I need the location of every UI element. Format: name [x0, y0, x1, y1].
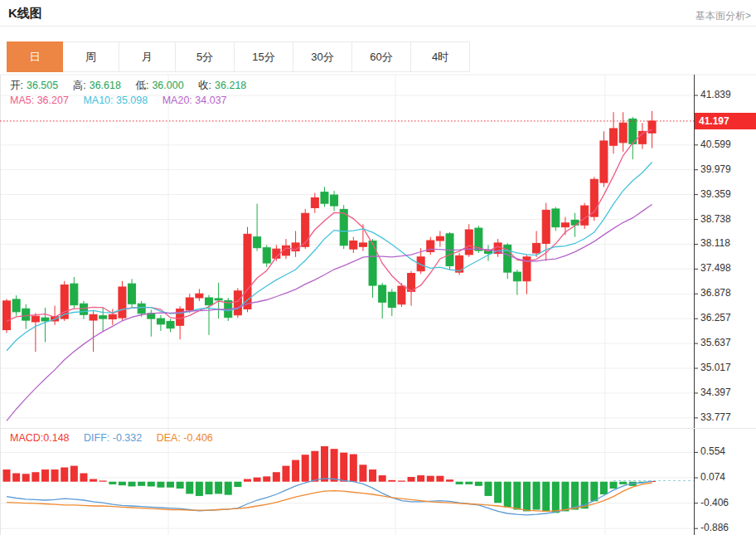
candle-body	[600, 141, 608, 182]
candle-body	[581, 206, 589, 225]
candle-body	[398, 286, 405, 304]
macd-bar	[80, 474, 87, 482]
macd-bar	[311, 451, 318, 482]
ohlc-legend: 开:36.505 高:36.618 低:36.000 收:36.218	[10, 79, 250, 93]
macd-bar	[379, 475, 386, 482]
low-value: 36.000	[152, 80, 183, 91]
macd-bar	[340, 453, 347, 482]
macd-bar	[61, 468, 68, 482]
macd-bar	[321, 446, 328, 482]
candle-body	[311, 197, 318, 207]
ma20-value: MA20: 34.037	[162, 95, 227, 106]
y-axis-label: 0.554	[700, 445, 725, 457]
y-axis-label: -0.886	[700, 522, 729, 533]
candle-body	[80, 304, 87, 314]
y-axis-label: 35.637	[700, 337, 731, 348]
macd-bar	[138, 482, 145, 486]
macd-bar	[523, 482, 531, 512]
macd-bar	[206, 482, 213, 494]
candle-body	[263, 248, 270, 263]
candle-body	[359, 243, 366, 246]
candle-body	[619, 123, 627, 143]
macd-bar	[619, 482, 627, 484]
candle-body	[513, 272, 521, 281]
candle-body	[542, 210, 550, 243]
macd-bar	[533, 482, 540, 510]
macd-bar	[398, 480, 405, 481]
macd-legend: MACD:0.148 DIFF: -0.332 DEA: -0.406	[10, 432, 216, 444]
macd-bar	[119, 482, 126, 485]
candle-body	[167, 321, 174, 328]
current-price-tag: 41.197	[695, 113, 756, 129]
y-axis-label: 35.017	[700, 362, 731, 373]
y-axis-label: 36.878	[700, 287, 731, 299]
macd-bar	[225, 482, 232, 495]
macd-bar	[561, 482, 569, 512]
macd-bar	[485, 482, 492, 496]
macd-bar	[70, 466, 78, 482]
candle-body	[302, 213, 309, 246]
ma10-line	[7, 163, 652, 351]
high-value: 36.618	[90, 80, 121, 91]
candle-body	[3, 301, 11, 330]
high-label: 高:	[73, 80, 86, 91]
y-axis-label: 34.397	[700, 387, 731, 398]
candle-body	[561, 223, 569, 227]
candle-body	[417, 257, 424, 271]
macd-bar	[427, 476, 434, 482]
candle-body	[109, 314, 116, 319]
candle-body	[119, 287, 126, 318]
macd-bar	[446, 479, 453, 482]
close-label: 收:	[198, 80, 211, 91]
candle-body	[186, 298, 193, 310]
candle-body	[254, 237, 261, 248]
macd-bar	[196, 482, 203, 496]
macd-bar	[215, 482, 222, 494]
macd-bar	[331, 449, 338, 482]
macd-bar	[12, 474, 20, 482]
candle-body	[610, 129, 618, 145]
y-axis-label: 38.738	[700, 213, 731, 225]
ma10-value: MA10: 35.098	[83, 95, 148, 106]
y-axis-label: 38.118	[700, 237, 730, 249]
macd-bar	[51, 469, 59, 482]
candle-body	[177, 309, 184, 325]
ma-legend: MA5: 36.207 MA10: 35.098 MA20: 34.037	[10, 95, 230, 106]
macd-bar	[436, 476, 443, 482]
kline-widget: K线图 基本面分析> 日周月5分15分30分60分4时 开:36.505 高:3…	[0, 0, 756, 535]
ma5-value: MA5: 36.207	[10, 95, 69, 106]
candle-body	[388, 292, 395, 307]
macd-bar	[32, 472, 39, 481]
macd-bar	[475, 482, 482, 486]
candle-body	[90, 314, 97, 320]
candle-body	[41, 318, 49, 321]
y-axis-label: 0.074	[700, 471, 725, 483]
y-axis-label: 37.498	[700, 262, 731, 274]
candle-body	[12, 299, 20, 312]
macd-bar	[456, 482, 463, 484]
candle-body	[331, 195, 338, 206]
close-value: 36.218	[215, 80, 246, 91]
macd-bar	[571, 482, 579, 510]
macd-bar	[417, 475, 424, 482]
macd-bar	[186, 482, 193, 494]
open-value: 36.505	[27, 80, 58, 91]
macd-bar	[513, 482, 521, 510]
macd-bar	[99, 480, 107, 481]
candle-body	[206, 298, 213, 305]
y-axis-label: 39.359	[700, 188, 731, 200]
macd-bar	[408, 477, 415, 482]
candle-body	[157, 319, 164, 324]
macd-bar	[350, 455, 357, 482]
macd-bar	[244, 479, 251, 482]
macd-bar	[128, 482, 136, 487]
candle-body	[128, 284, 136, 304]
macd-bar	[157, 482, 164, 488]
candle-body	[465, 230, 472, 255]
macd-bar	[465, 482, 472, 484]
candle-body	[436, 236, 443, 241]
diff-value: DIFF: -0.332	[84, 432, 142, 444]
y-axis-label: 41.839	[700, 89, 731, 100]
panel-divider	[0, 428, 756, 429]
macd-bar	[292, 460, 299, 482]
